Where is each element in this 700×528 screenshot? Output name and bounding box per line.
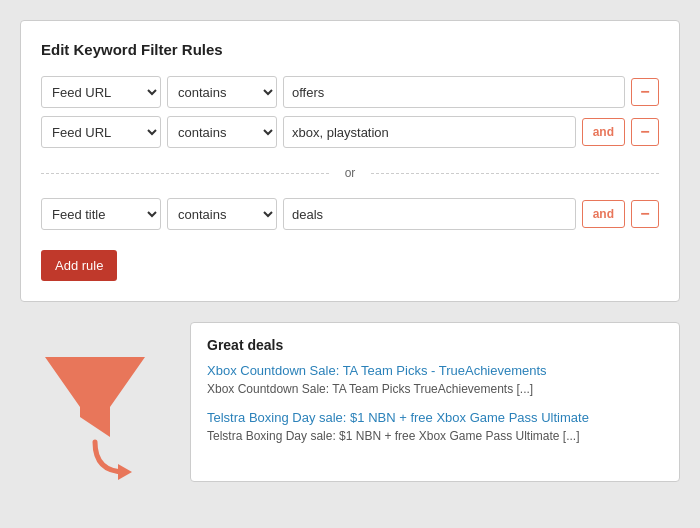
and-button-3[interactable]: and xyxy=(582,200,625,228)
add-rule-button[interactable]: Add rule xyxy=(41,250,117,281)
results-card: Great deals Xbox Countdown Sale: TA Team… xyxy=(190,322,680,482)
remove-rule-1-button[interactable]: − xyxy=(631,78,659,106)
field-select-3[interactable]: Feed URL Feed title Item title Item cont… xyxy=(41,198,161,230)
separator-line-right xyxy=(371,173,659,174)
condition-select-3[interactable]: contains does not contain equals starts … xyxy=(167,198,277,230)
card-title: Edit Keyword Filter Rules xyxy=(41,41,659,58)
condition-select-2[interactable]: contains does not contain equals starts … xyxy=(167,116,277,148)
rule-row-3: Feed URL Feed title Item title Item cont… xyxy=(41,198,659,230)
separator-line-left xyxy=(41,173,329,174)
rule-group: Feed URL Feed title Item title Item cont… xyxy=(41,76,659,230)
svg-marker-0 xyxy=(45,357,145,437)
result-link-2[interactable]: Telstra Boxing Day sale: $1 NBN + free X… xyxy=(207,410,663,425)
value-input-2[interactable] xyxy=(283,116,576,148)
results-title: Great deals xyxy=(207,337,663,353)
or-separator: or xyxy=(41,166,659,180)
bottom-section: Great deals Xbox Countdown Sale: TA Team… xyxy=(20,322,680,482)
result-excerpt-2: Telstra Boxing Day sale: $1 NBN + free X… xyxy=(207,428,663,445)
result-item-1: Xbox Countdown Sale: TA Team Picks - Tru… xyxy=(207,363,663,398)
result-link-1[interactable]: Xbox Countdown Sale: TA Team Picks - Tru… xyxy=(207,363,663,378)
rule-row-2: Feed URL Feed title Item title Item cont… xyxy=(41,116,659,148)
remove-rule-2-button[interactable]: − xyxy=(631,118,659,146)
result-item-2: Telstra Boxing Day sale: $1 NBN + free X… xyxy=(207,410,663,445)
result-excerpt-1: Xbox Countdown Sale: TA Team Picks TrueA… xyxy=(207,381,663,398)
or-label: or xyxy=(339,166,362,180)
filter-rules-card: Edit Keyword Filter Rules Feed URL Feed … xyxy=(20,20,680,302)
field-select-2[interactable]: Feed URL Feed title Item title Item cont… xyxy=(41,116,161,148)
value-input-3[interactable] xyxy=(283,198,576,230)
condition-select-1[interactable]: contains does not contain equals starts … xyxy=(167,76,277,108)
and-button-2[interactable]: and xyxy=(582,118,625,146)
funnel-icon xyxy=(35,342,155,482)
remove-rule-3-button[interactable]: − xyxy=(631,200,659,228)
rule-row-1: Feed URL Feed title Item title Item cont… xyxy=(41,76,659,108)
value-input-1[interactable] xyxy=(283,76,625,108)
funnel-area xyxy=(20,322,170,482)
field-select-1[interactable]: Feed URL Feed title Item title Item cont… xyxy=(41,76,161,108)
svg-marker-1 xyxy=(118,464,132,480)
